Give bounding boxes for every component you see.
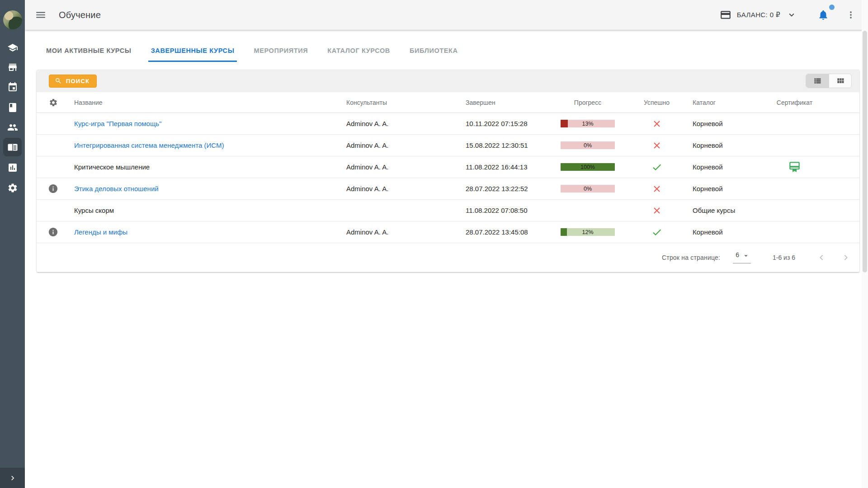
completed-courses-panel: ПОИСК Название Консультанты Завершен Про… bbox=[37, 70, 859, 272]
column-header-success[interactable]: Успешно bbox=[631, 99, 683, 106]
info-icon[interactable] bbox=[48, 183, 58, 194]
prev-page-button[interactable] bbox=[816, 252, 827, 263]
consultant-cell: Adminov A. A. bbox=[346, 228, 466, 236]
sidebar-item-school[interactable] bbox=[3, 38, 22, 57]
storefront-icon bbox=[7, 62, 18, 73]
tab-completed-courses[interactable]: ЗАВЕРШЕННЫЕ КУРСЫ bbox=[148, 47, 237, 62]
success-check-icon bbox=[651, 162, 662, 173]
fail-cross-icon bbox=[651, 140, 662, 151]
notifications-button[interactable] bbox=[817, 9, 829, 21]
table-row: Курсы скорм11.08.2022 07:08:50Общие курс… bbox=[37, 200, 859, 221]
consultant-cell: Adminov A. A. bbox=[346, 185, 466, 192]
column-header-consultants[interactable]: Консультанты bbox=[346, 99, 466, 106]
chevron-right-icon bbox=[8, 474, 17, 483]
list-view-icon bbox=[813, 76, 822, 85]
gear-icon bbox=[7, 183, 18, 193]
bar-chart-icon bbox=[7, 162, 18, 173]
column-settings-button[interactable] bbox=[37, 98, 74, 107]
course-link[interactable]: Интегрированная система менеджмента (ИСМ… bbox=[74, 141, 224, 149]
graduation-cap-icon bbox=[7, 42, 18, 53]
sidebar-item-book[interactable] bbox=[3, 98, 22, 117]
progress-bar: 0% bbox=[561, 185, 615, 192]
finished-cell: 11.08.2022 07:08:50 bbox=[466, 206, 561, 214]
course-link[interactable]: Легенды и мифы bbox=[74, 228, 127, 236]
table-row: Легенды и мифыAdminov A. A.28.07.2022 13… bbox=[37, 221, 859, 243]
bell-icon bbox=[817, 9, 829, 21]
gear-icon bbox=[49, 98, 58, 107]
tab-events[interactable]: МЕРОПРИЯТИЯ bbox=[251, 47, 311, 62]
dropdown-arrow-icon bbox=[742, 252, 750, 260]
column-header-catalog[interactable]: Каталог bbox=[683, 99, 769, 106]
rows-per-page-value: 6 bbox=[736, 251, 739, 258]
catalog-cell: Корневой bbox=[683, 141, 769, 149]
chevron-down-icon bbox=[787, 10, 797, 20]
progress-bar: 0% bbox=[561, 141, 615, 149]
table-header: Название Консультанты Завершен Прогресс … bbox=[37, 92, 859, 113]
finished-cell: 28.07.2022 13:45:08 bbox=[466, 228, 561, 236]
page-title: Обучение bbox=[59, 10, 101, 20]
tab-my-active-courses[interactable]: МОИ АКТИВНЫЕ КУРСЫ bbox=[43, 47, 134, 62]
progress-label: 12% bbox=[561, 228, 615, 236]
chevron-left-icon bbox=[816, 252, 827, 263]
progress-bar: 13% bbox=[561, 120, 615, 127]
course-name: Критическое мышление bbox=[74, 163, 150, 171]
page-range-label: 1-6 из 6 bbox=[773, 254, 795, 261]
table-pagination: Строк на странице: 6 1-6 из 6 bbox=[37, 243, 859, 272]
sidebar-item-calendar[interactable] bbox=[3, 78, 22, 96]
grid-view-button[interactable] bbox=[829, 74, 851, 88]
progress-label: 0% bbox=[561, 185, 615, 192]
rows-per-page-select[interactable]: 6 bbox=[733, 251, 751, 263]
sidebar-expand-button[interactable] bbox=[0, 468, 25, 488]
fail-cross-icon bbox=[651, 205, 662, 216]
menu-button[interactable] bbox=[35, 9, 47, 21]
list-view-button[interactable] bbox=[806, 74, 829, 88]
table-toolbar: ПОИСК bbox=[37, 70, 859, 92]
column-header-name[interactable]: Название bbox=[74, 99, 346, 106]
info-icon[interactable] bbox=[48, 227, 58, 237]
open-book-icon bbox=[7, 142, 18, 153]
course-tabs: МОИ АКТИВНЫЕ КУРСЫЗАВЕРШЕННЫЕ КУРСЫМЕРОП… bbox=[43, 30, 461, 62]
course-link[interactable]: Этика деловых отношений bbox=[74, 185, 159, 192]
success-check-icon bbox=[651, 227, 662, 238]
catalog-cell: Корневой bbox=[683, 120, 769, 127]
sidebar-item-learning[interactable] bbox=[3, 138, 22, 156]
certificate-icon[interactable] bbox=[788, 161, 801, 173]
catalog-cell: Корневой bbox=[683, 185, 769, 192]
sidebar-item-settings[interactable] bbox=[3, 178, 22, 197]
tab-course-catalog[interactable]: КАТАЛОГ КУРСОВ bbox=[325, 47, 393, 62]
consultant-cell: Adminov A. A. bbox=[346, 163, 466, 171]
calendar-icon bbox=[7, 82, 18, 93]
table-row: Курс-игра "Первая помощь"Adminov A. A.10… bbox=[37, 113, 859, 135]
table-row: Этика деловых отношенийAdminov A. A.28.0… bbox=[37, 178, 859, 200]
consultant-cell: Adminov A. A. bbox=[346, 141, 466, 149]
tab-library[interactable]: БИБЛИОТЕКА bbox=[407, 47, 461, 62]
sidebar-item-store[interactable] bbox=[3, 58, 22, 76]
finished-cell: 11.08.2022 16:44:13 bbox=[466, 163, 561, 171]
overflow-menu-button[interactable] bbox=[845, 9, 856, 20]
table-row: Интегрированная система менеджмента (ИСМ… bbox=[37, 135, 859, 156]
next-page-button[interactable] bbox=[840, 252, 851, 263]
scrollbar-thumb[interactable] bbox=[863, 31, 867, 272]
balance-dropdown[interactable]: БАЛАНС: 0 ₽ bbox=[720, 9, 797, 21]
hamburger-icon bbox=[35, 9, 47, 21]
balance-label: БАЛАНС: 0 ₽ bbox=[737, 11, 780, 19]
search-icon bbox=[55, 77, 62, 84]
scrollbar bbox=[862, 0, 868, 488]
fail-cross-icon bbox=[651, 118, 662, 129]
finished-cell: 15.08.2022 12:30:51 bbox=[466, 141, 561, 149]
search-button-label: ПОИСК bbox=[66, 78, 90, 84]
column-header-progress[interactable]: Прогресс bbox=[561, 99, 615, 106]
progress-bar: 12% bbox=[561, 228, 615, 236]
avatar[interactable] bbox=[3, 10, 22, 29]
course-link[interactable]: Курс-игра "Первая помощь" bbox=[74, 120, 161, 127]
catalog-cell: Корневой bbox=[683, 163, 769, 171]
progress-label: 100% bbox=[561, 163, 615, 171]
topbar: Обучение БАЛАНС: 0 ₽ bbox=[25, 0, 868, 30]
sidebar-item-reports[interactable] bbox=[3, 158, 22, 177]
credit-card-icon bbox=[720, 9, 731, 21]
column-header-certificate[interactable]: Сертификат bbox=[769, 99, 821, 106]
sidebar-item-people[interactable] bbox=[3, 118, 22, 136]
search-button[interactable]: ПОИСК bbox=[49, 75, 97, 88]
column-header-finished[interactable]: Завершен bbox=[466, 99, 561, 106]
course-name: Курсы скорм bbox=[74, 206, 114, 214]
